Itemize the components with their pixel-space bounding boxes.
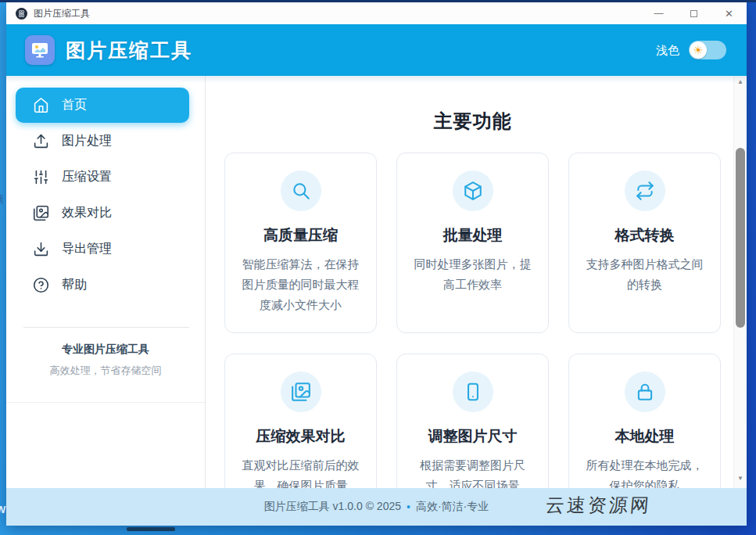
- vertical-scrollbar[interactable]: ▲ ▼: [733, 76, 747, 488]
- card-icon-circle: [281, 372, 321, 412]
- app-window: 图片压缩工具 — ✕ 图片压缩工具 浅色 ☀: [6, 2, 747, 526]
- main-content: 主要功能 高质量压缩 智能压缩算法，在保持图片质量的同时最大程度减小文件大小: [206, 76, 733, 488]
- maximize-button[interactable]: [676, 2, 711, 24]
- card-icon-circle: [625, 372, 665, 412]
- app-header: 图片压缩工具 浅色 ☀: [6, 24, 747, 76]
- sun-icon: ☀: [693, 45, 704, 56]
- app-title: 图片压缩工具: [66, 38, 192, 63]
- card-title: 高质量压缩: [238, 225, 363, 246]
- sidebar-item-home[interactable]: 首页: [16, 88, 189, 123]
- footer-tagline: 高效·简洁·专业: [416, 500, 489, 514]
- card-title: 格式转换: [582, 225, 707, 246]
- desktop-text-smudge: [127, 527, 175, 531]
- scroll-up-arrow-icon[interactable]: ▲: [734, 79, 747, 85]
- feature-card-grid: 高质量压缩 智能压缩算法，在保持图片质量的同时最大程度减小文件大小 批量处理 同…: [224, 153, 721, 514]
- watermark-text: 云速资源网: [545, 493, 653, 518]
- sidebar-item-image-processing[interactable]: 图片处理: [16, 124, 189, 159]
- card-description: 支持多种图片格式之间的转换: [582, 254, 707, 295]
- home-icon: [33, 97, 49, 113]
- sidebar-bottom-line: [6, 402, 205, 403]
- window-title: 图片压缩工具: [34, 7, 90, 20]
- card-icon-circle: [625, 171, 665, 211]
- titlebar: 图片压缩工具 — ✕: [6, 2, 747, 24]
- upload-icon: [33, 133, 49, 149]
- theme-toggle-knob: ☀: [690, 41, 707, 59]
- sliders-icon: [33, 169, 49, 185]
- card-title: 调整图片尺寸: [410, 426, 535, 447]
- scrollbar-thumb[interactable]: [736, 148, 745, 328]
- sidebar-item-label: 帮助: [62, 277, 87, 293]
- compare-icon: [291, 382, 311, 402]
- sidebar-divider: [23, 327, 189, 328]
- sidebar-item-label: 导出管理: [62, 241, 112, 257]
- sidebar: 首页 图片处理 压缩设置: [6, 76, 206, 488]
- app-logo-icon: [25, 35, 55, 65]
- sidebar-item-compression-settings[interactable]: 压缩设置: [16, 160, 189, 195]
- sidebar-info: 专业图片压缩工具 高效处理，节省存储空间: [6, 343, 205, 378]
- app-footer: 图片压缩工具 v1.0.0 © 2025 • 高效·简洁·专业 云速资源网: [6, 488, 747, 526]
- card-icon-circle: [453, 171, 493, 211]
- footer-bullet: •: [407, 501, 410, 513]
- card-batch-processing[interactable]: 批量处理 同时处理多张图片，提高工作效率: [396, 153, 549, 333]
- convert-icon: [635, 181, 655, 201]
- sidebar-item-label: 首页: [62, 97, 87, 113]
- scroll-down-arrow-icon[interactable]: ▼: [734, 476, 747, 482]
- cube-icon: [463, 181, 483, 201]
- desktop-background: W 新 图片压缩工具 — ✕: [0, 0, 756, 535]
- card-title: 批量处理: [410, 225, 535, 246]
- search-icon: [291, 181, 311, 201]
- card-format-conversion[interactable]: 格式转换 支持多种图片格式之间的转换: [568, 153, 721, 333]
- sidebar-item-help[interactable]: 帮助: [16, 268, 189, 303]
- card-title: 压缩效果对比: [238, 426, 363, 447]
- card-high-quality-compression[interactable]: 高质量压缩 智能压缩算法，在保持图片质量的同时最大程度减小文件大小: [224, 153, 377, 333]
- theme-label: 浅色: [656, 43, 679, 58]
- maximize-icon: [690, 10, 697, 17]
- card-description: 同时处理多张图片，提高工作效率: [410, 254, 535, 295]
- card-icon-circle: [453, 372, 493, 412]
- lock-icon: [635, 382, 655, 402]
- desktop-icon-fragment-2: 新: [0, 192, 4, 206]
- minimize-button[interactable]: —: [641, 2, 676, 24]
- theme-toggle[interactable]: ☀: [689, 41, 726, 59]
- desktop-icon-fragment: W: [0, 504, 5, 515]
- phone-icon: [463, 382, 483, 402]
- sidebar-item-label: 效果对比: [62, 205, 112, 221]
- card-icon-circle: [281, 171, 321, 211]
- card-description: 智能压缩算法，在保持图片质量的同时最大程度减小文件大小: [238, 254, 363, 315]
- sidebar-item-label: 压缩设置: [62, 169, 112, 185]
- sidebar-item-export-management[interactable]: 导出管理: [16, 232, 189, 267]
- sidebar-item-effect-comparison[interactable]: 效果对比: [16, 196, 189, 231]
- help-icon: [33, 277, 49, 293]
- sidebar-info-title: 专业图片压缩工具: [6, 343, 205, 357]
- close-button[interactable]: ✕: [711, 2, 747, 24]
- images-icon: [33, 205, 49, 221]
- sidebar-item-label: 图片处理: [62, 133, 112, 149]
- sidebar-info-subtitle: 高效处理，节省存储空间: [6, 364, 205, 378]
- page-title: 主要功能: [224, 109, 721, 134]
- download-icon: [33, 241, 49, 257]
- footer-version-text: 图片压缩工具 v1.0.0 © 2025: [264, 500, 401, 514]
- window-top-border: [0, 0, 756, 2]
- app-taskbar-icon: [16, 8, 27, 20]
- card-title: 本地处理: [582, 426, 707, 447]
